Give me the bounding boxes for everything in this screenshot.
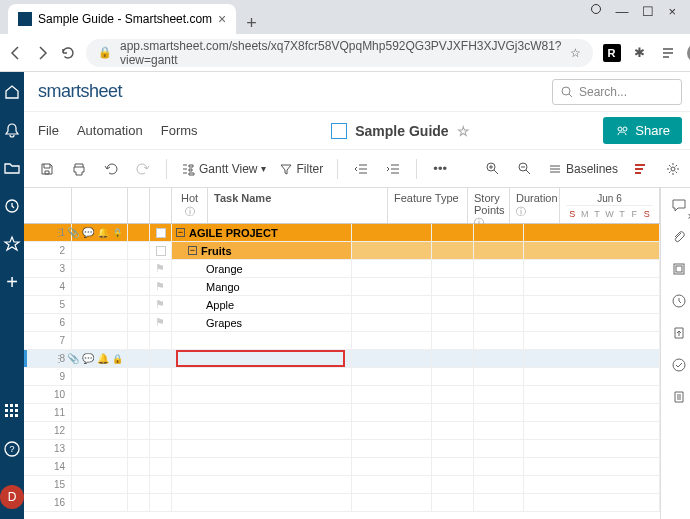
view-selector[interactable]: Gantt View ▾	[181, 162, 266, 176]
column-hot[interactable]: Hotⓘ	[172, 188, 208, 223]
gantt-header[interactable]: Jun 6 SMTWTFS ×	[560, 188, 660, 223]
critical-path-icon[interactable]	[632, 160, 650, 178]
help-icon[interactable]: ?	[2, 439, 22, 459]
task-cell[interactable]	[172, 458, 352, 475]
task-cell[interactable]	[172, 368, 352, 385]
url-input[interactable]: 🔒 app.smartsheet.com/sheets/xq7X8fcr58VQ…	[86, 39, 593, 67]
maximize-button[interactable]: ☐	[642, 4, 654, 19]
task-cell[interactable]	[172, 332, 352, 349]
indent-icon[interactable]	[384, 160, 402, 178]
lock-icon[interactable]: 🔒	[112, 228, 123, 238]
favorite-star-icon[interactable]: ☆	[457, 123, 470, 139]
grid-row[interactable]: 9	[24, 368, 660, 386]
grid-row[interactable]: 8⋮📎💬🔔🔒	[24, 350, 660, 368]
minimize-button[interactable]: —	[615, 4, 628, 19]
editing-cell[interactable]	[176, 350, 345, 367]
collapse-icon[interactable]: −	[188, 246, 197, 255]
notifications-icon[interactable]	[2, 120, 22, 140]
profile-avatar[interactable]: J	[687, 43, 690, 63]
task-cell[interactable]	[172, 440, 352, 457]
outdent-icon[interactable]	[352, 160, 370, 178]
zoom-out-icon[interactable]	[516, 160, 534, 178]
grid-row[interactable]: 7	[24, 332, 660, 350]
grid-row[interactable]: 2−Fruits	[24, 242, 660, 260]
task-cell[interactable]	[172, 386, 352, 403]
task-cell[interactable]	[172, 350, 352, 367]
undo-icon[interactable]	[102, 160, 120, 178]
task-cell[interactable]: −AGILE PROJECT	[172, 224, 352, 241]
task-cell[interactable]	[172, 404, 352, 421]
save-icon[interactable]	[38, 160, 56, 178]
more-icon[interactable]: •••	[431, 160, 449, 178]
reading-list-icon[interactable]	[659, 44, 677, 62]
baselines-button[interactable]: Baselines	[548, 162, 618, 176]
grid-row[interactable]: 3⚑Orange	[24, 260, 660, 278]
reminder-icon[interactable]: 🔔	[97, 353, 109, 364]
grid-row[interactable]: 15	[24, 476, 660, 494]
options-icon[interactable]: ⋮	[54, 227, 64, 238]
user-avatar[interactable]: D	[0, 485, 24, 509]
attach-icon[interactable]: 📎	[67, 353, 79, 364]
column-duration[interactable]: Durationⓘ	[510, 188, 560, 223]
tab-info-icon[interactable]	[591, 4, 601, 14]
attach-icon[interactable]: 📎	[67, 227, 79, 238]
update-requests-icon[interactable]	[670, 292, 688, 310]
grid-row[interactable]: 4⚑Mango	[24, 278, 660, 296]
share-button[interactable]: Share	[603, 117, 682, 144]
filter-button[interactable]: Filter	[280, 162, 323, 176]
grid-row[interactable]: 11	[24, 404, 660, 422]
close-window-button[interactable]: ×	[668, 4, 676, 19]
column-feature[interactable]: Feature Type	[388, 188, 468, 223]
activity-log-icon[interactable]	[670, 356, 688, 374]
app-logo[interactable]: smartsheet	[38, 81, 122, 102]
grid-row[interactable]: 5⚑Apple	[24, 296, 660, 314]
grid-row[interactable]: 10	[24, 386, 660, 404]
grid-row[interactable]: 16	[24, 494, 660, 512]
flag-icon[interactable]: ⚑	[155, 316, 167, 329]
flag-icon[interactable]: ⚑	[155, 280, 167, 293]
task-cell[interactable]: Orange	[172, 260, 352, 277]
menu-file[interactable]: File	[38, 123, 59, 138]
close-tab-icon[interactable]: ×	[218, 11, 226, 27]
menu-automation[interactable]: Automation	[77, 123, 143, 138]
reload-button[interactable]	[60, 44, 76, 62]
task-cell[interactable]: Grapes	[172, 314, 352, 331]
lock-icon[interactable]: 🔒	[112, 354, 123, 364]
options-icon[interactable]: ⋮	[54, 353, 64, 364]
print-icon[interactable]	[70, 160, 88, 178]
menu-forms[interactable]: Forms	[161, 123, 198, 138]
flag-icon[interactable]: ⚑	[155, 298, 167, 311]
folder-icon[interactable]	[2, 158, 22, 178]
forward-button[interactable]	[34, 44, 50, 62]
summary-icon[interactable]	[670, 388, 688, 406]
zoom-in-icon[interactable]	[484, 160, 502, 178]
browser-tab[interactable]: Sample Guide - Smartsheet.com ×	[8, 4, 236, 34]
grid-row[interactable]: 6⚑Grapes	[24, 314, 660, 332]
back-button[interactable]	[8, 44, 24, 62]
extension-r-icon[interactable]: R	[603, 44, 621, 62]
task-cell[interactable]: Mango	[172, 278, 352, 295]
task-cell[interactable]	[172, 422, 352, 439]
recent-icon[interactable]	[2, 196, 22, 216]
reminder-icon[interactable]: 🔔	[97, 227, 109, 238]
comment-icon[interactable]: 💬	[82, 227, 94, 238]
flag-icon[interactable]: ⚑	[155, 262, 167, 275]
home-icon[interactable]	[2, 82, 22, 102]
collapse-icon[interactable]: −	[176, 228, 185, 237]
search-input[interactable]: Search...	[552, 79, 682, 105]
settings-icon[interactable]	[664, 160, 682, 178]
redo-icon[interactable]	[134, 160, 152, 178]
bookmark-star-icon[interactable]: ☆	[570, 46, 581, 60]
attachments-icon[interactable]	[670, 228, 688, 246]
create-button[interactable]: +	[2, 272, 22, 292]
task-cell[interactable]: Apple	[172, 296, 352, 313]
grid-row[interactable]: 12	[24, 422, 660, 440]
task-cell[interactable]	[172, 494, 352, 511]
comment-icon[interactable]: 💬	[82, 353, 94, 364]
grid-row[interactable]: 1⋮📎💬🔔🔒−AGILE PROJECT	[24, 224, 660, 242]
column-task[interactable]: Task Name	[208, 188, 388, 223]
task-cell[interactable]: −Fruits	[172, 242, 352, 259]
apps-icon[interactable]	[2, 401, 22, 421]
grid-row[interactable]: 14	[24, 458, 660, 476]
publish-icon[interactable]	[670, 324, 688, 342]
